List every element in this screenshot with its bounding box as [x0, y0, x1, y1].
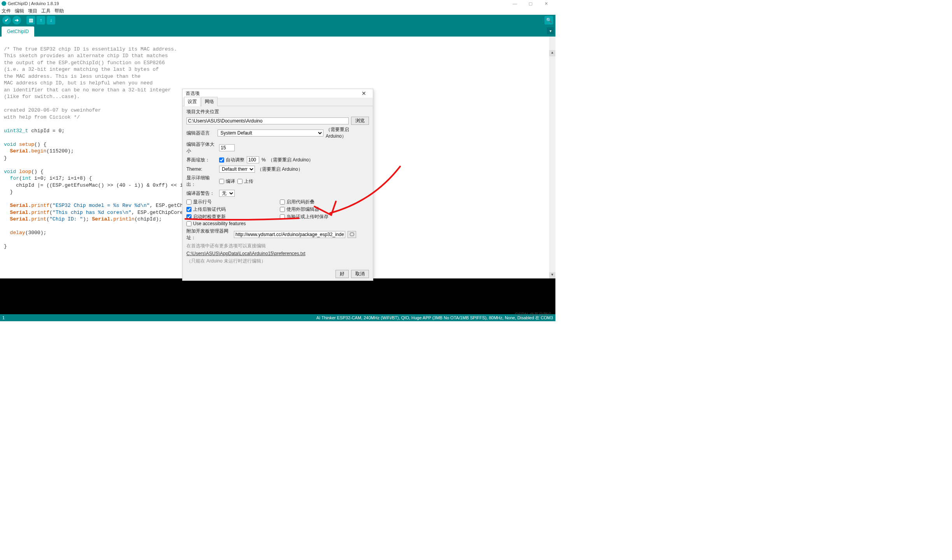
serial-monitor-button[interactable]: 🔍	[545, 16, 553, 24]
scale-auto-checkbox[interactable]	[219, 158, 224, 163]
menu-help[interactable]: 帮助	[54, 8, 64, 14]
status-line-number: 1	[2, 315, 5, 320]
dialog-close-button[interactable]: ✕	[358, 89, 370, 98]
sketchbook-path-input[interactable]	[186, 117, 349, 124]
code-folding-checkbox[interactable]	[280, 200, 285, 205]
menu-sketch[interactable]: 项目	[28, 8, 37, 14]
restart-hint: （需要重启 Arduino）	[257, 166, 303, 173]
cancel-button[interactable]: 取消	[351, 270, 369, 278]
verbose-upload-label: 上传	[244, 178, 253, 185]
code-line: an identifier that can be no more than a…	[4, 87, 171, 93]
warnings-label: 编译器警告：	[186, 190, 217, 197]
scale-auto-label: 自动调整	[226, 157, 244, 163]
external-editor-checkbox[interactable]	[280, 207, 285, 212]
code-token: void	[4, 169, 19, 175]
check-icon: ✔	[5, 18, 9, 23]
new-sketch-button[interactable]: ▤	[26, 16, 35, 24]
code-token: (chipId);	[135, 216, 162, 222]
code-token: printf	[31, 203, 49, 208]
code-token: , ESP.getChipCores(	[132, 210, 189, 215]
code-token: println	[113, 216, 135, 222]
code-token: "This chip has %d cores\n"	[53, 210, 132, 215]
boards-url-expand-button[interactable]: 🖵	[348, 231, 356, 238]
minimize-button[interactable]: —	[507, 0, 523, 7]
code-token: Serial	[10, 216, 28, 222]
tab-settings[interactable]: 设置	[184, 97, 200, 106]
code-line: (i.e. a 32-bit integer matching the last…	[4, 66, 159, 72]
code-token: delay	[10, 230, 25, 236]
external-editor-label: 使用外部编辑器	[286, 206, 319, 213]
code-line: }	[4, 189, 13, 195]
boards-url-input[interactable]	[234, 231, 345, 238]
theme-label: Theme:	[186, 166, 217, 172]
scale-value-input[interactable]	[247, 156, 259, 163]
more-prefs-hint: 在首选项中还有更多选项可以直接编辑	[186, 243, 369, 249]
code-token: () {	[31, 169, 43, 175]
browse-button[interactable]: 浏览	[351, 117, 369, 125]
save-on-verify-checkbox[interactable]	[280, 214, 285, 219]
code-line: /* The true ESP32 chip ID is essentially…	[4, 46, 177, 52]
save-sketch-button[interactable]: ↓	[47, 16, 55, 24]
code-token	[4, 216, 10, 222]
code-token: Serial	[10, 203, 28, 208]
save-on-verify-label: 当验证或上传时保存	[286, 214, 328, 220]
font-size-input[interactable]	[219, 144, 235, 151]
code-token: int	[22, 175, 31, 181]
code-line: chipId |= ((ESP.getEfuseMac() >> (40 - i…	[4, 182, 186, 188]
check-updates-checkbox[interactable]	[186, 214, 191, 219]
dialog-footer: 好 取消	[183, 268, 373, 280]
theme-select[interactable]: Default theme	[219, 166, 255, 173]
scroll-up-button[interactable]: ▲	[549, 50, 555, 56]
scroll-down-button[interactable]: ▼	[549, 272, 555, 278]
watermark: CSDN @慕容野C	[515, 312, 552, 318]
prefs-file-link[interactable]: C:\Users\ASUS\AppData\Local\Arduino15\pr…	[186, 251, 369, 256]
verbose-compile-checkbox[interactable]	[219, 179, 224, 184]
tab-network[interactable]: 网络	[201, 97, 218, 106]
upload-button[interactable]: ➔	[12, 16, 21, 24]
font-size-label: 编辑器字体大小	[186, 141, 217, 154]
code-token: begin	[31, 148, 46, 154]
maximize-button[interactable]: ▢	[523, 0, 538, 7]
warnings-select[interactable]: 无	[219, 190, 235, 197]
tab-getchipid[interactable]: GetChipID	[2, 26, 34, 37]
window-titlebar: GetChipID | Arduino 1.8.19 — ▢ ✕	[0, 0, 555, 7]
ok-button[interactable]: 好	[335, 270, 349, 278]
code-token: printf	[31, 210, 49, 215]
toolbar: ✔ ➔ ▤ ↑ ↓ 🔍	[0, 15, 555, 26]
restart-hint: （需要重启 Arduino）	[268, 157, 314, 163]
magnifier-icon: 🔍	[546, 18, 552, 23]
close-button[interactable]: ✕	[538, 0, 554, 7]
code-line: This sketch provides an alternate chip I…	[4, 53, 168, 59]
code-line: the MAC address. This is less unique tha…	[4, 74, 141, 79]
code-line: the output of the ESP.getChipId() functi…	[4, 60, 165, 66]
dialog-tabs: 设置 网络	[183, 98, 373, 106]
editor-language-select[interactable]: System Default	[218, 130, 323, 136]
verify-after-upload-label: 上传后验证代码	[193, 206, 226, 213]
code-token: (	[49, 210, 53, 215]
check-updates-label: 启动时检查更新	[193, 214, 226, 220]
edit-only-hint: （只能在 Arduino 未运行时进行编辑）	[186, 258, 369, 264]
code-token: uint32_t	[4, 128, 28, 134]
code-token	[4, 175, 10, 181]
open-sketch-button[interactable]: ↑	[37, 16, 45, 24]
tab-dropdown-button[interactable]: ▾	[547, 27, 554, 34]
code-token: (	[19, 175, 22, 181]
verify-button[interactable]: ✔	[2, 16, 11, 24]
menu-tools[interactable]: 工具	[41, 8, 51, 14]
menu-edit[interactable]: 编辑	[15, 8, 24, 14]
code-token: Serial	[10, 148, 28, 154]
show-line-numbers-checkbox[interactable]	[186, 200, 191, 205]
show-line-numbers-label: 显示行号	[193, 199, 212, 205]
arrow-up-icon: ↑	[40, 18, 42, 23]
code-token: (	[46, 216, 49, 222]
verbose-compile-label: 编译	[226, 178, 235, 185]
window-title: GetChipID | Arduino 1.8.19	[8, 1, 59, 6]
arrow-right-icon: ➔	[15, 18, 19, 23]
verify-after-upload-checkbox[interactable]	[186, 207, 191, 212]
accessibility-checkbox[interactable]	[186, 221, 191, 226]
code-token: );	[83, 216, 92, 222]
menu-file[interactable]: 文件	[2, 8, 11, 14]
editor-scrollbar[interactable]: ▲ ▼	[549, 37, 555, 278]
verbose-upload-checkbox[interactable]	[237, 179, 242, 184]
code-token: .	[110, 216, 113, 222]
